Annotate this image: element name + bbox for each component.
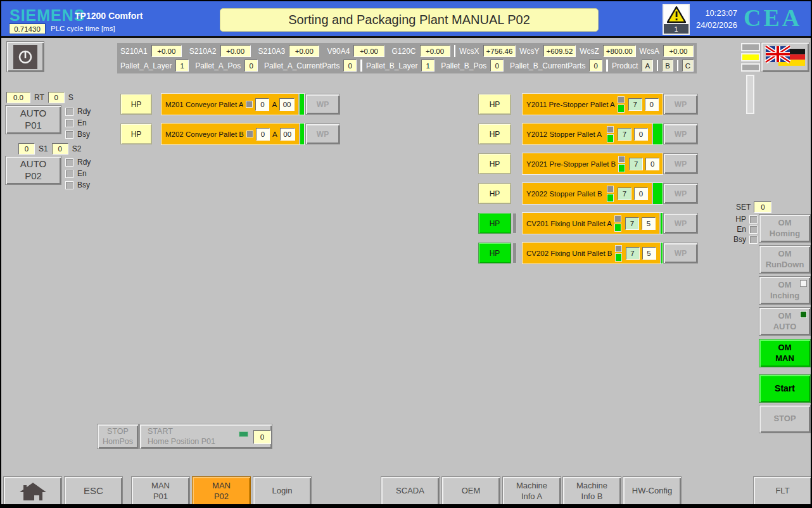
wp-button-m201[interactable]: WP — [305, 94, 340, 115]
plc-cycle-field[interactable]: 0.71430 — [9, 23, 46, 34]
hw-config-button[interactable]: HW-Config — [623, 476, 682, 506]
rt-field[interactable]: 0.0 — [6, 92, 30, 103]
status-value[interactable]: +0.00 — [220, 45, 251, 57]
product-b-button[interactable]: B — [662, 60, 673, 72]
language-button[interactable] — [761, 42, 809, 72]
om-homing-button[interactable]: OM Homing — [759, 214, 811, 243]
value-field[interactable]: 7 — [629, 158, 643, 170]
status-value[interactable]: +0.00 — [663, 45, 694, 57]
power-button[interactable] — [6, 41, 44, 72]
start-homepos-button[interactable]: START Home Position P01 0 — [139, 424, 272, 449]
bsy-label: Bsy — [77, 181, 90, 189]
om-hp-checkbox[interactable] — [749, 215, 758, 224]
start-button[interactable]: Start — [759, 374, 811, 403]
p01-bsy-checkbox[interactable] — [65, 130, 73, 139]
product-a-button[interactable]: A — [642, 60, 653, 72]
status-value[interactable]: +0.00 — [420, 45, 450, 57]
om-man-button[interactable]: OM MAN — [759, 339, 811, 367]
p02-en-checkbox[interactable] — [65, 170, 73, 178]
run-indicator — [300, 94, 304, 115]
value-field[interactable]: 00 — [280, 128, 295, 141]
auto-p02-button[interactable]: AUTO P02 — [5, 156, 61, 185]
s1-field[interactable]: 0 — [18, 143, 35, 155]
flt-button[interactable]: FLT — [753, 476, 812, 506]
wp-button-y2012[interactable]: WP — [663, 124, 698, 144]
machine-info-b-button[interactable]: Machine Info B — [562, 476, 621, 506]
wp-button-y2011[interactable]: WP — [663, 94, 698, 115]
set-field[interactable]: 0 — [754, 201, 771, 213]
om-inching-button[interactable]: OM Inching — [759, 276, 811, 305]
wp-button-y2022[interactable]: WP — [663, 183, 698, 204]
machine-info-a-button[interactable]: Machine Info A — [502, 476, 561, 506]
om-auto-button[interactable]: OM AUTO — [759, 307, 811, 336]
p01-rdy-checkbox[interactable] — [65, 108, 73, 116]
om-en-checkbox[interactable] — [749, 225, 758, 234]
p01-en-checkbox[interactable] — [65, 119, 73, 127]
value-field[interactable]: 7 — [625, 217, 639, 230]
scada-label: SCADA — [396, 486, 424, 496]
p02-rdy-checkbox[interactable] — [65, 158, 73, 167]
value-field[interactable]: 0 — [645, 98, 659, 111]
stop-hompos-button[interactable]: STOP HomPos — [97, 424, 139, 449]
om-rundown-button[interactable]: OM RunDown — [759, 245, 811, 274]
om-bsy-checkbox[interactable] — [749, 236, 758, 244]
status-value[interactable]: 0 — [490, 60, 504, 72]
homepos-field[interactable]: 0 — [253, 430, 271, 444]
status-value[interactable]: 0 — [244, 60, 258, 72]
hp-button-m201[interactable]: HP — [120, 94, 152, 115]
value-field[interactable]: 0 — [645, 158, 659, 170]
product-c-button[interactable]: C — [682, 60, 694, 72]
power-icon — [13, 45, 37, 69]
login-button[interactable]: Login — [253, 476, 312, 506]
scada-button[interactable]: SCADA — [381, 476, 440, 506]
run-indicator — [653, 124, 663, 144]
status-value[interactable]: +609.52 — [543, 45, 576, 57]
man-p01-button[interactable]: MAN P01 — [131, 476, 190, 506]
value-field[interactable]: 00 — [279, 98, 295, 111]
hp-button-y2022[interactable]: HP — [478, 183, 511, 204]
active-indicator — [607, 134, 614, 143]
stop-button[interactable]: STOP — [759, 405, 811, 433]
status-value[interactable]: +800.00 — [603, 45, 636, 57]
status-value[interactable]: 0 — [343, 60, 357, 72]
wp-button-cv201[interactable]: WP — [663, 213, 698, 234]
set-label: SET — [736, 203, 751, 212]
value-field[interactable]: 7 — [628, 98, 642, 111]
value-field[interactable]: 0 — [634, 187, 648, 200]
level-strip — [746, 75, 754, 114]
hp-button-cv202[interactable]: HP — [478, 243, 511, 264]
s-field[interactable]: 0 — [48, 92, 65, 103]
wp-button-m202[interactable]: WP — [305, 124, 340, 144]
status-label: G120C — [392, 47, 416, 56]
value-field[interactable]: 7 — [618, 128, 631, 141]
status-value[interactable]: +756.46 — [483, 45, 516, 57]
wp-button-y2021[interactable]: WP — [663, 153, 698, 174]
value-field[interactable]: 0 — [256, 128, 270, 141]
alarm-button[interactable]: 1 — [663, 4, 690, 35]
p02-bsy-checkbox[interactable] — [65, 181, 73, 189]
value-field[interactable]: 0 — [634, 128, 648, 141]
man-p02-button[interactable]: MAN P02 — [192, 476, 251, 506]
hp-button-y2011[interactable]: HP — [478, 94, 511, 115]
value-field[interactable]: 5 — [642, 217, 656, 230]
home-button[interactable] — [3, 476, 62, 506]
status-value[interactable]: +0.00 — [353, 45, 384, 57]
status-value[interactable]: +0.00 — [151, 45, 182, 57]
value-field[interactable]: 5 — [642, 247, 656, 260]
hp-button-cv201[interactable]: HP — [478, 213, 511, 234]
value-field[interactable]: 7 — [626, 247, 640, 260]
status-value[interactable]: +0.00 — [289, 45, 319, 57]
auto-p01-button[interactable]: AUTO P01 — [5, 105, 61, 134]
value-field[interactable]: 7 — [618, 187, 631, 200]
oem-button[interactable]: OEM — [441, 476, 500, 506]
wp-button-cv202[interactable]: WP — [663, 243, 698, 264]
hp-button-m202[interactable]: HP — [120, 124, 152, 144]
hp-button-y2021[interactable]: HP — [478, 153, 511, 174]
status-value[interactable]: 1 — [175, 60, 189, 72]
esc-button[interactable]: ESC — [64, 476, 123, 506]
status-value[interactable]: 0 — [589, 60, 602, 72]
s2-field[interactable]: 0 — [52, 143, 68, 155]
value-field[interactable]: 0 — [255, 98, 269, 111]
hp-button-y2012[interactable]: HP — [478, 124, 511, 144]
status-value[interactable]: 1 — [421, 60, 435, 72]
